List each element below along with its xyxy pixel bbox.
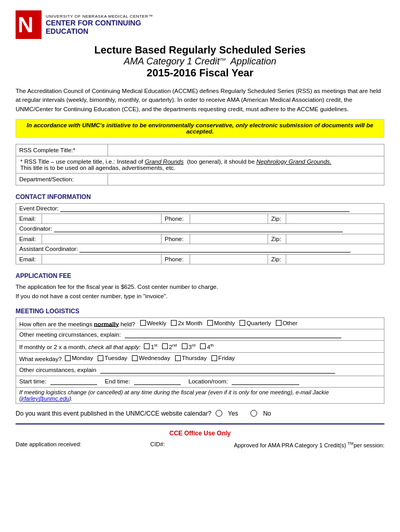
event-director-input[interactable] (60, 205, 350, 212)
monthly-checkbox-item[interactable]: Monthly (207, 320, 235, 326)
quarterly-checkbox-item[interactable]: Quarterly (239, 320, 271, 326)
ed-email-input-cell[interactable] (42, 214, 162, 223)
coord-email-input[interactable] (45, 236, 158, 242)
other-explain-input[interactable] (100, 367, 335, 374)
rss-title-row: RSS Complete Title:* (16, 144, 384, 156)
asst-phone-input-cell[interactable] (190, 254, 268, 264)
cid-label: CID#: (150, 441, 165, 448)
ed-email-label: Email: (16, 214, 42, 223)
other-explain-row: Other circumstances, explain (16, 364, 384, 376)
yes-radio[interactable] (216, 410, 222, 417)
ed-zip-input-cell[interactable] (286, 214, 384, 223)
coord-zip-input[interactable] (289, 236, 381, 242)
4th-checkbox-item[interactable]: 4th (200, 343, 214, 350)
title-section: Lecture Based Regularly Scheduled Series… (16, 44, 384, 79)
cce-office-section: CCE Office Use Only Date application rec… (16, 430, 384, 448)
rss-note-cell: * RSS Title – use complete title, i.e.: … (16, 156, 384, 173)
thursday-checkbox-item[interactable]: Thursday (175, 355, 207, 361)
ed-zip-input[interactable] (289, 216, 381, 222)
no-radio[interactable] (250, 410, 257, 417)
wednesday-checkbox-item[interactable]: Wednesday (132, 355, 170, 361)
monthly-checkbox[interactable] (207, 320, 213, 326)
weekly-checkbox[interactable] (140, 320, 146, 326)
1st-checkbox[interactable] (144, 343, 150, 349)
ed-phone-input[interactable] (193, 216, 264, 222)
rss-title-input[interactable] (111, 147, 381, 153)
meeting-frequency-cell: How often are the meetings normally held… (16, 317, 384, 329)
rss-title-input-cell[interactable] (108, 144, 384, 156)
coord-zip-input-cell[interactable] (286, 234, 384, 244)
coord-zip-label: Zip: (268, 234, 286, 244)
asst-zip-input[interactable] (289, 256, 381, 262)
rss-note-row: * RSS Title – use complete title, i.e.: … (16, 156, 384, 173)
meeting-frequency-row: How often are the meetings normally held… (16, 317, 384, 329)
thursday-checkbox[interactable] (175, 355, 181, 361)
footnote-cell: If meeting logistics change (or cancelle… (16, 387, 384, 403)
friday-checkbox-item[interactable]: Friday (211, 355, 235, 361)
yellow-banner: In accordance with UNMC's initiative to … (16, 119, 384, 138)
meeting-logistics-heading: MEETING LOGISTICS (16, 308, 384, 315)
monthly-options-cell: If monthly or 2 x a month, check all tha… (16, 341, 384, 353)
weekday-cell: What weekday? Monday Tuesday Wednesday T… (16, 353, 384, 365)
2nd-checkbox[interactable] (162, 343, 168, 349)
other-freq-checkbox-item[interactable]: Other (276, 320, 298, 326)
wednesday-checkbox[interactable] (132, 355, 138, 361)
asst-coordinator-input[interactable] (79, 246, 351, 252)
ed-phone-input-cell[interactable] (190, 214, 268, 223)
tuesday-checkbox-item[interactable]: Tuesday (98, 355, 127, 361)
department-input[interactable] (111, 176, 381, 182)
rss-form-table: RSS Complete Title:* * RSS Title – use c… (16, 144, 384, 185)
coord-phone-label: Phone: (162, 234, 190, 244)
3rd-checkbox[interactable] (182, 343, 188, 349)
contact-heading: CONTACT INFORMATION (16, 193, 384, 201)
unmc-logo-icon: N (16, 10, 42, 39)
cce-office-title: CCE Office Use Only (16, 430, 384, 437)
application-fee-text: The application fee for the fiscal year … (16, 282, 384, 301)
ed-email-input[interactable] (45, 216, 158, 222)
asst-email-input-cell[interactable] (42, 254, 162, 264)
contact-table: Event Director: Email: Phone: Zip: Coord… (16, 203, 384, 264)
friday-checkbox[interactable] (211, 355, 217, 361)
ed-phone-label: Phone: (162, 214, 190, 223)
other-explain-cell: Other circumstances, explain (16, 364, 384, 376)
date-received-label: Date application received: (16, 441, 82, 448)
coord-email-input-cell[interactable] (42, 234, 162, 244)
asst-zip-label: Zip: (268, 254, 286, 264)
3rd-checkbox-item[interactable]: 3rd (182, 343, 196, 350)
1st-checkbox-item[interactable]: 1st (144, 343, 157, 350)
coord-phone-input[interactable] (193, 236, 264, 242)
divider (16, 423, 384, 424)
2xmonth-checkbox-item[interactable]: 2x Month (171, 320, 202, 326)
2nd-checkbox-item[interactable]: 2nd (162, 343, 177, 350)
other-circumstances-input[interactable] (125, 331, 342, 338)
department-input-cell[interactable] (108, 173, 384, 185)
other-circumstances-row: Other meeting circumstances, explain: (16, 329, 384, 341)
location-input[interactable] (232, 378, 299, 385)
logo-text: UNIVERSITY OF NEBRASKA MEDICAL CENTER™ C… (46, 14, 153, 35)
coordinator-input[interactable] (54, 225, 343, 232)
description-text: The Accreditation Council of Continuing … (16, 87, 384, 114)
other-freq-checkbox[interactable] (276, 320, 282, 326)
end-time-input[interactable] (134, 378, 181, 385)
center-name: CENTER FOR CONTINUING EDUCATION (46, 19, 153, 35)
asst-phone-label: Phone: (162, 254, 190, 264)
asst-phone-input[interactable] (193, 256, 264, 262)
4th-checkbox[interactable] (200, 343, 206, 349)
coord-phone-input-cell[interactable] (190, 234, 268, 244)
department-label-cell: Department/Section: (16, 173, 108, 185)
svg-text:N: N (18, 12, 33, 37)
asst-email-input[interactable] (45, 256, 158, 262)
monday-checkbox-item[interactable]: Monday (65, 355, 93, 361)
tuesday-checkbox[interactable] (98, 355, 103, 361)
event-director-email-row: Email: Phone: Zip: (16, 214, 384, 223)
ed-zip-label: Zip: (268, 214, 286, 223)
monday-checkbox[interactable] (65, 355, 71, 361)
weekly-checkbox-item[interactable]: Weekly (140, 320, 167, 326)
2xmonth-checkbox[interactable] (171, 320, 177, 326)
jackie-email-link[interactable]: jrfarley@unmc.edu (21, 395, 69, 402)
asst-zip-input-cell[interactable] (286, 254, 384, 264)
asst-coordinator-row: Assistant Coordinator: (16, 244, 384, 254)
quarterly-checkbox[interactable] (239, 320, 245, 326)
asst-email-label: Email: (16, 254, 42, 264)
start-time-input[interactable] (50, 378, 97, 385)
